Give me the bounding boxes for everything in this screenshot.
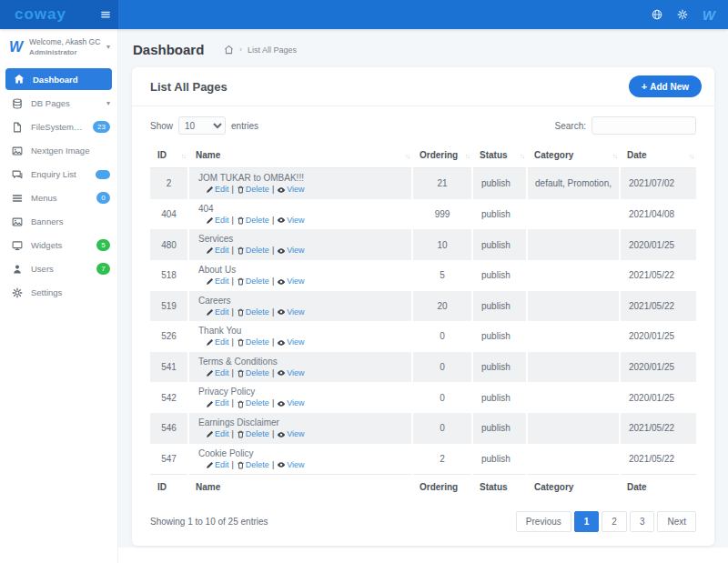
cell-id: 547: [150, 444, 188, 475]
delete-link[interactable]: Delete: [237, 185, 269, 194]
row-actions: Edit|Delete|View: [195, 429, 406, 439]
view-link[interactable]: View: [277, 307, 304, 317]
delete-link[interactable]: Delete: [237, 368, 269, 377]
view-link[interactable]: View: [277, 368, 304, 377]
edit-link[interactable]: Edit: [206, 185, 229, 194]
delete-link[interactable]: Delete: [237, 307, 269, 317]
delete-link[interactable]: Delete: [237, 276, 269, 286]
edit-link[interactable]: Edit: [206, 460, 229, 469]
view-icon: [277, 460, 286, 469]
action-separator: |: [232, 460, 234, 469]
plus-icon: +: [642, 81, 647, 92]
edit-link[interactable]: Edit: [206, 368, 229, 377]
column-header-name[interactable]: Name↑↓: [188, 143, 412, 168]
cell-category: [527, 229, 620, 260]
list-pages-card: List All Pages + Add New Show 10 entries…: [132, 67, 714, 546]
edit-link[interactable]: Edit: [206, 337, 229, 347]
brand-w-icon[interactable]: W: [703, 7, 715, 23]
table-row: 480ServicesEdit|Delete|View10publish2020…: [150, 229, 696, 260]
edit-link[interactable]: Edit: [206, 216, 229, 225]
view-link[interactable]: View: [277, 185, 304, 194]
table-row: 546Earnings DisclaimerEdit|Delete|View0p…: [150, 413, 696, 444]
page-length-select[interactable]: 10: [178, 116, 226, 135]
delete-link[interactable]: Delete: [237, 246, 269, 255]
pagination-page-2[interactable]: 2: [602, 511, 627, 532]
gears-icon[interactable]: [677, 9, 688, 20]
table-controls: Show 10 entries Search:: [132, 106, 714, 141]
pagination-page-1[interactable]: 1: [574, 511, 600, 532]
column-header-status[interactable]: Status↑↓: [472, 143, 527, 168]
row-actions: Edit|Delete|View: [195, 307, 406, 317]
add-new-button[interactable]: + Add New: [629, 75, 702, 97]
edit-link[interactable]: Edit: [206, 307, 229, 317]
count-badge: 23: [93, 121, 110, 133]
sidebar-item-settings[interactable]: Settings: [0, 281, 117, 304]
delete-icon: [237, 246, 245, 255]
user-profile-dropdown[interactable]: W Welcome, Akash GC Administrator ▾: [0, 29, 117, 65]
view-link[interactable]: View: [277, 460, 304, 469]
sidebar-item-label: Enquiry List: [31, 169, 87, 179]
topbar-actions: W: [118, 7, 728, 23]
sidebar-item-dashboard[interactable]: Dashboard: [5, 68, 112, 90]
pages-table: ID↑↓Name↑↓Ordering↑↓Status↑↓Category↑↓Da…: [150, 143, 696, 499]
view-link[interactable]: View: [277, 276, 304, 286]
sidebar-item-label: DB Pages: [31, 98, 98, 108]
cell-category: [527, 382, 620, 413]
view-link[interactable]: View: [277, 429, 304, 438]
column-header-ordering[interactable]: Ordering↑↓: [412, 143, 472, 168]
pagination-previous[interactable]: Previous: [516, 511, 571, 532]
globe-icon[interactable]: [652, 9, 662, 20]
cell-status: publish: [472, 413, 527, 444]
view-link[interactable]: View: [277, 337, 304, 347]
sidebar-item-banners[interactable]: Banners: [0, 210, 117, 233]
delete-link[interactable]: Delete: [237, 337, 269, 347]
cell-ordering: 10: [412, 229, 472, 260]
page-name: Services: [195, 234, 406, 244]
sidebar-item-label: Settings: [31, 287, 110, 297]
sidebar-item-users[interactable]: Users7: [0, 257, 117, 280]
edit-link[interactable]: Edit: [206, 276, 229, 286]
footer-column-status: Status: [472, 475, 527, 500]
page-name: Terms & Conditions: [195, 357, 406, 367]
sort-icon: ↑↓: [405, 152, 410, 158]
delete-link[interactable]: Delete: [237, 216, 269, 225]
breadcrumb-current[interactable]: List All Pages: [248, 45, 297, 55]
sidebar-item-nextgen-image[interactable]: Nextgen Image: [0, 139, 117, 162]
table-row: 2JOM TUKAR to OMBAK!!!Edit|Delete|View21…: [150, 168, 696, 199]
search-input[interactable]: [592, 116, 696, 135]
delete-link[interactable]: Delete: [237, 398, 269, 407]
cell-id: 541: [150, 352, 188, 383]
edit-link[interactable]: Edit: [206, 246, 229, 255]
sidebar-item-widgets[interactable]: Widgets5: [0, 234, 117, 256]
cell-name: 404Edit|Delete|View: [188, 199, 412, 230]
card-header: List All Pages + Add New: [132, 67, 714, 106]
delete-link[interactable]: Delete: [237, 460, 269, 469]
pagination-page-3[interactable]: 3: [630, 511, 655, 532]
edit-link[interactable]: Edit: [206, 398, 229, 407]
sidebar-item-label: Widgets: [31, 240, 88, 250]
column-header-date[interactable]: Date↑↓: [620, 143, 696, 168]
sidebar-item-filesystem-cms[interactable]: FileSystem CMS23: [0, 116, 117, 138]
cell-name: Terms & ConditionsEdit|Delete|View: [188, 352, 412, 383]
sidebar-item-menus[interactable]: Menus0: [0, 186, 117, 209]
action-separator: |: [272, 460, 274, 469]
home-breadcrumb-icon[interactable]: [224, 45, 234, 55]
column-header-category[interactable]: Category↑↓: [527, 143, 620, 168]
cell-ordering: 0: [412, 413, 472, 444]
view-link[interactable]: View: [277, 398, 304, 407]
hamburger-menu-icon[interactable]: [100, 9, 111, 20]
sidebar-item-db-pages[interactable]: DB Pages▾: [0, 92, 117, 115]
page-name: Earnings Disclaimer: [195, 417, 406, 427]
edit-link[interactable]: Edit: [206, 429, 229, 438]
view-link[interactable]: View: [277, 216, 304, 225]
view-link[interactable]: View: [277, 246, 304, 255]
action-separator: |: [232, 307, 234, 317]
delete-link[interactable]: Delete: [237, 429, 269, 438]
sidebar-item-enquiry-list[interactable]: Enquiry List: [0, 163, 117, 186]
column-header-id[interactable]: ID↑↓: [150, 143, 188, 168]
cell-id: 518: [150, 260, 188, 291]
cell-status: publish: [472, 291, 527, 322]
cell-ordering: 0: [412, 321, 472, 352]
coway-logo[interactable]: coway: [15, 5, 66, 24]
pagination-next[interactable]: Next: [657, 511, 696, 532]
